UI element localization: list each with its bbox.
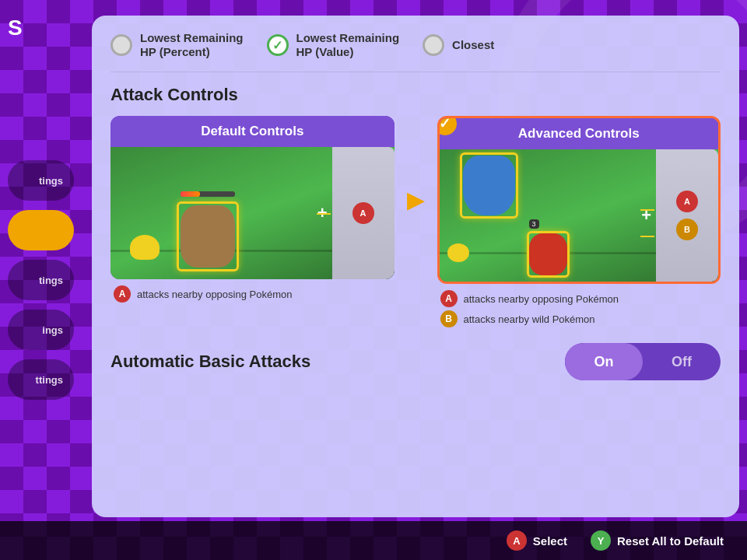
hp-option-value[interactable]: Lowest Remaining HP (Value) — [267, 31, 400, 59]
radio-value — [267, 34, 289, 56]
hp-option-percent[interactable]: Lowest Remaining HP (Percent) — [110, 31, 244, 59]
red-pokemon: 3 — [529, 233, 567, 275]
y-button-icon: Y — [591, 530, 611, 551]
auto-attacks-row: Automatic Basic Attacks On Off — [110, 343, 721, 380]
controller-right-adv: A B — [656, 149, 718, 282]
sidebar-item-3[interactable]: ings — [8, 310, 74, 350]
connector-b — [640, 236, 654, 237]
default-card-image: + A — [110, 147, 395, 279]
toggle-off[interactable]: Off — [643, 343, 721, 380]
hp-value-label: Lowest Remaining HP (Value) — [296, 31, 400, 59]
a-button-icon: A — [507, 530, 527, 551]
app-title: S — [8, 16, 23, 40]
hp-closest-label: Closest — [452, 38, 494, 52]
sidebar-item-2[interactable]: tings — [8, 260, 74, 300]
hp-option-closest[interactable]: Closest — [423, 34, 494, 56]
a-badge-adv: A — [440, 290, 458, 307]
default-card-title: Default Controls — [110, 116, 395, 147]
sidebar-item-1[interactable]: tings — [8, 160, 74, 201]
hp-percent-label: Lowest Remaining HP (Percent) — [140, 31, 244, 59]
select-hint: A Select — [507, 530, 567, 551]
hp-selector: Lowest Remaining HP (Percent) Lowest Rem… — [110, 31, 721, 72]
radio-closest — [423, 34, 444, 56]
sidebar-item-4[interactable]: ttings — [8, 359, 74, 400]
arrow-between: ▶ — [407, 116, 425, 213]
blue-pokemon — [463, 156, 515, 215]
default-controls-card[interactable]: Default Controls — [110, 116, 395, 279]
connector-line — [317, 213, 331, 215]
advanced-card-title: Advanced Controls — [440, 118, 719, 149]
b-badge-adv: B — [440, 310, 458, 327]
advanced-a-desc: A attacks nearby opposing Pokémon — [437, 290, 721, 307]
radio-percent — [110, 34, 132, 56]
brown-pokemon-highlight — [181, 205, 235, 268]
controller-right-default: A — [332, 147, 395, 279]
advanced-controls-section: ✓ Advanced Controls — [437, 116, 721, 327]
toggle-group: On Off — [565, 343, 721, 380]
a-button-adv: A — [676, 191, 698, 212]
sidebar-item-active[interactable] — [8, 210, 74, 250]
bottom-bar: A Select Y Reset All to Default — [0, 521, 747, 560]
sidebar: S tings tings ings ttings — [0, 0, 82, 560]
advanced-b-desc: B attacks nearby wild Pokémon — [437, 310, 721, 327]
attack-controls-title: Attack Controls — [110, 85, 721, 105]
b-button-adv: B — [676, 219, 698, 240]
main-panel: Lowest Remaining HP (Percent) Lowest Rem… — [92, 16, 739, 517]
a-button-default: A — [352, 202, 374, 224]
auto-attacks-label: Automatic Basic Attacks — [110, 352, 310, 372]
reset-hint: Y Reset All to Default — [591, 530, 724, 551]
advanced-card-image: 3 + A B — [440, 149, 719, 282]
default-a-desc: A attacks nearby opposing Pokémon — [110, 285, 395, 303]
attack-controls-row: Default Controls — [110, 116, 721, 327]
a-badge-default: A — [114, 285, 131, 303]
default-controls-section: Default Controls — [110, 116, 395, 303]
connector-a — [640, 209, 654, 211]
advanced-controls-card[interactable]: ✓ Advanced Controls — [437, 116, 721, 284]
pikachu-sprite-adv — [447, 243, 469, 262]
pikachu-sprite — [130, 235, 160, 260]
toggle-on[interactable]: On — [565, 343, 643, 380]
